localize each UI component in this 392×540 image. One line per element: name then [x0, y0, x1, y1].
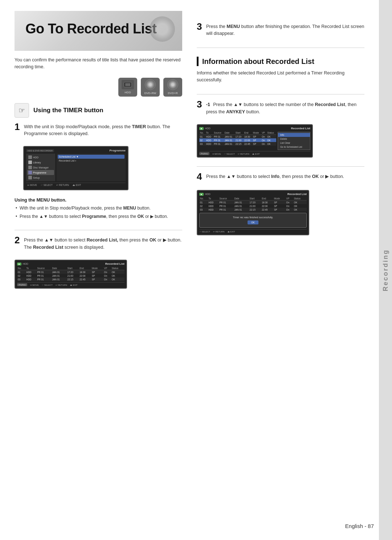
rec-screen-2-body: No. To Source Date Start End Mode VP Sta…	[199, 131, 310, 150]
rec-screen-title-2: Recorded List	[291, 127, 310, 130]
col-vp-3: VP	[286, 197, 293, 200]
col-date-2: Date	[224, 131, 235, 135]
step-2-number: 2	[15, 235, 21, 251]
table-row: 01HDDPR 01JAN 0117:2018:30SPOnOK	[17, 270, 124, 274]
dvdrw-label: DVD-RW	[144, 92, 156, 95]
table-row: 03HDDPR 01JAN 0122:1522:45SPOnOK	[199, 142, 276, 146]
sub-step-sub: -1	[206, 102, 210, 107]
screen-header: HDD & DVD RECORDER Programme	[26, 149, 126, 152]
popup-message: Timer rec was finished successfully.	[233, 216, 273, 219]
col-mode-3: Mode	[273, 197, 286, 200]
page-footer: English - 87	[345, 523, 374, 529]
page-number: English - 87	[345, 523, 374, 529]
col-mode: Mode	[91, 267, 103, 270]
title-box: Go To Recorded List	[15, 11, 182, 51]
col-start-3: Start	[249, 197, 261, 200]
col-no: No.	[17, 267, 25, 270]
footer-return-2: ↩ RETURN	[238, 152, 249, 155]
footer-return: ↩ RETURN	[56, 283, 67, 286]
list-item-recorded: Recorded List •	[58, 159, 124, 163]
footer-return: ↩ RETURN	[56, 184, 69, 187]
library-icon	[28, 161, 32, 164]
timer-success-popup: Timer rec was finished successfully. OK	[199, 213, 307, 228]
table-row-selected: 02HDDPR 01JAN 0121:0022:00SPOnOK	[199, 138, 276, 142]
info-subtitle: Informs whether the selected Recorded Li…	[197, 70, 364, 84]
rec-menu-popup: Info Delete List Clear Go to Scheduled L…	[278, 132, 310, 150]
dvdpr-label: DVD+R	[168, 92, 177, 95]
rec-screen-header-1: ■ HDD Recorded List	[17, 262, 124, 265]
rec-screen-header-2: ■ HDD Recorded List	[199, 127, 310, 130]
rec-table-1: No. To Source Date Start End Mode VP Sta…	[17, 267, 124, 281]
sidebar-library: Library	[27, 160, 54, 165]
step-3-right-text: Press the MENU button after finishing th…	[206, 22, 364, 37]
footer-exit-2: ⏏ EXIT	[252, 152, 260, 155]
screen-header-left: HDD & DVD RECORDER	[26, 149, 54, 152]
screen-sidebar: HDD Library Disc Manager Programme	[26, 154, 55, 181]
footer-exit: ⏏ EXIT	[70, 283, 78, 286]
popup-ok-button[interactable]: OK	[248, 220, 258, 224]
sidebar-hdd: HDD	[27, 155, 54, 160]
programme-icon	[28, 171, 32, 174]
footer-select: ☞ SELECT	[41, 184, 53, 187]
recording-sidebar-text: Recording	[382, 249, 389, 291]
screen-main-area: Scheduled List ▼ Recorded List •	[57, 154, 126, 181]
hdd-label: HDD	[124, 91, 131, 94]
divider-1	[15, 230, 182, 230]
step-3-1: 3 -1 Press the ▲▼ buttons to select the …	[197, 100, 364, 116]
rec-footer-1: Anykey ⇔ MOVE ☞ SELECT ↩ RETURN ⏏ EXIT	[17, 282, 124, 286]
table-row: 02HDDPR 01JAN 0121:0022:00SPOnOK	[17, 274, 124, 277]
col-status-3: Status	[293, 197, 307, 200]
main-content: Go To Recorded List You can confirm the …	[0, 0, 379, 540]
menu-list-clear: List Clear	[278, 141, 310, 145]
col-vp-2: VP	[261, 131, 266, 135]
sidebar-setup: Setup	[27, 175, 54, 180]
rec-footer-2: Anykey ⇔ MOVE ☞ SELECT ↩ RETURN ⏏ EXIT	[199, 151, 310, 155]
col-end-2: End	[244, 131, 252, 135]
rec-hdd-badge: ■	[17, 263, 21, 265]
rec-screen-title-3: Recorded List	[287, 192, 307, 196]
subtitle-text: You can confirm the performance results …	[15, 57, 182, 70]
menu-button-heading: Using the MENU button.	[15, 198, 182, 203]
col-to: To	[25, 267, 36, 270]
rec-hdd-text: HDD	[23, 263, 28, 265]
sidebar-programme: Programme	[27, 170, 54, 175]
timer-section-heading: Using the TIMER button	[33, 107, 103, 114]
col-start: Start	[67, 267, 79, 270]
rec-table-2: No. To Source Date Start End Mode VP Sta…	[199, 131, 276, 146]
hdd-icon: HDD	[118, 78, 137, 97]
step-3-1-number: 3	[197, 100, 203, 116]
anykey-btn-2: Anykey	[199, 152, 209, 155]
col-to-3: To	[208, 197, 219, 200]
screen-body: HDD Library Disc Manager Programme	[26, 154, 126, 181]
screen-footer: ⇔ MOVE ☞ SELECT ↩ RETURN ⏏ EXIT	[26, 183, 126, 187]
step-3-right-number: 3	[197, 22, 203, 37]
disc-icon	[28, 166, 32, 169]
sidebar-disc: Disc Manager	[27, 165, 54, 170]
step-3-1-text: Press the ▲▼ buttons to select the numbe…	[206, 101, 356, 114]
step-4-number: 4	[197, 172, 203, 181]
step-1-text: With the unit in Stop mode/Playback mode…	[24, 122, 182, 138]
rec-table-3: No. To Source Date Start End Mode VP Sta…	[199, 197, 307, 211]
programme-screen: HDD & DVD RECORDER Programme HDD Library	[23, 146, 128, 190]
footer-return-3: ↩ RETURN	[213, 230, 225, 233]
left-column: Go To Recorded List You can confirm the …	[15, 11, 182, 525]
rec-hdd-badge-2: ■	[199, 127, 204, 130]
col-vp: VP	[103, 267, 111, 270]
hand-icon: ☞	[15, 103, 29, 118]
step-1-number: 1	[15, 122, 21, 138]
step-4-text: Press the ▲▼ buttons to select Info, the…	[206, 172, 344, 181]
step-2-text: Press the ▲▼ button to select Recorded L…	[24, 235, 181, 251]
right-column: 3 Press the MENU button after finishing …	[197, 11, 364, 525]
recorded-screen-2: ■ HDD Recorded List No. To Source	[197, 124, 313, 158]
rec-hdd-text-2: HDD	[205, 127, 211, 130]
col-source: Source	[37, 267, 52, 270]
col-source-3: Source	[219, 197, 234, 200]
footer-select-3: ☞ SELECT	[199, 230, 210, 233]
recorded-screen-1: ■ HDD Recorded List No. To Source Date S…	[15, 260, 127, 289]
step-3-right: 3 Press the MENU button after finishing …	[197, 22, 364, 37]
col-date-3: Date	[233, 197, 249, 200]
footer-exit: ⏏ EXIT	[73, 184, 81, 187]
timer-section-header: ☞ Using the TIMER button	[15, 103, 182, 118]
table-row: 01HDDPR 01JAN 0117:2018:30SPOnOK	[199, 200, 307, 204]
screen-brand: HDD & DVD RECORDER	[26, 149, 54, 152]
